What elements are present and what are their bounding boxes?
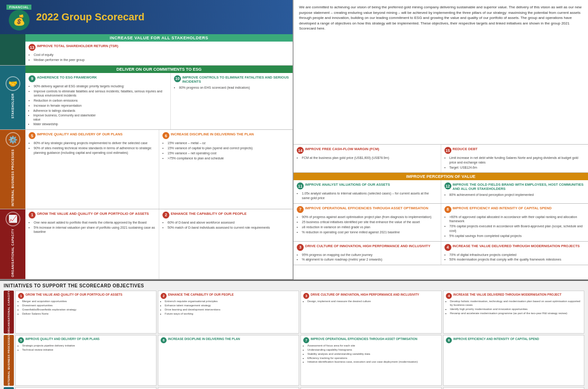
init1-b1: Merger and acquisition opportunities <box>22 300 154 304</box>
obj9-b2: Improve controls to eliminate fatalities… <box>34 89 167 98</box>
init6-header: 6 INCREASE DISCIPLINE IN DELIVERING THE … <box>161 337 296 343</box>
obj15-header: 15 REDUCE DEBT <box>444 147 585 154</box>
init4-title: INCREASE THE VALUE DELIVERED THROUGH MOD… <box>453 293 562 297</box>
init-org-row: ORGANISATIONAL CAPACITY 1 GROW THE VALUE… <box>4 291 584 334</box>
init-org-label: ORGANISATIONAL CAPACITY <box>7 291 11 334</box>
init-card-5: 5 IMPROVE QUALITY AND DELIVERY OF OUR PL… <box>15 335 156 386</box>
page-wrapper: FINANCIAL 💰 2022 Group Scorecard INCREAS… <box>0 0 588 389</box>
obj11-title: IMPROVE ANALYST VALUATIONS OF OUR ASSETS <box>305 182 390 187</box>
obj2-title: ENHANCE THE CAPABILITY OF OUR PEOPLE <box>171 212 246 216</box>
obj1-header: 1 GROW THE VALUE AND QUALITY OF OUR PORT… <box>29 212 156 219</box>
init4-b2: Identify high priority modernisation and… <box>450 308 582 311</box>
init7-b3: Stability analysis and understanding var… <box>307 353 439 356</box>
obj14-b1: FCM at the business plan gold price (US$… <box>302 156 438 160</box>
stakeholder-cards-area: DELIVER ON OUR COMMITMENTS TO ESG 9 ADHE… <box>25 66 293 129</box>
init1-title: GROW THE VALUE AND QUALITY OF OUR PORTFO… <box>25 293 122 297</box>
init5-title: IMPROVE QUALITY AND DELIVERY OF OUR PLAN… <box>25 337 100 341</box>
obj-card-3: 3 DRIVE CULTURE OF INNOVATION, HIGH PERF… <box>294 242 441 265</box>
left-scorecard: FINANCIAL 💰 2022 Group Scorecard INCREAS… <box>0 0 294 280</box>
init3-num: 3 <box>303 293 309 299</box>
obj3-b1: 95% progress on mapping out the culture … <box>302 253 438 257</box>
obj3-b2: % alignment to culture roadmap (metric y… <box>302 257 438 261</box>
title-bar: FINANCIAL 💰 2022 Group Scorecard <box>0 0 293 34</box>
init8-header: 8 IMPROVE EFFICIENCY AND INTENSITY OF CA… <box>446 337 582 343</box>
obj-card-10: 10 IMPROVE CONTROLS TO ELIMINATE FATALIT… <box>171 73 293 129</box>
obj11-header: 11 IMPROVE ANALYST VALUATIONS OF OUR ASS… <box>297 182 438 189</box>
init2-header: 2 ENHANCE THE CAPABILITY OF OUR PEOPLE <box>161 293 296 299</box>
top-row: FINANCIAL 💰 2022 Group Scorecard INCREAS… <box>0 0 588 280</box>
obj8-title: IMPROVE EFFICIENCY AND INTENSITY OF CAPI… <box>453 206 552 210</box>
obj7-body: 90% of progress against asset optimisati… <box>297 215 438 234</box>
obj5-b2: 90% of sites meeting technical review st… <box>34 146 156 155</box>
obj-card-8: 8 IMPROVE EFFICIENCY AND INTENSITY OF CA… <box>441 204 588 241</box>
stakeholder-pillar-col: 🤝 STAKEHOLDER <box>0 66 25 129</box>
init-card-8: 8 IMPROVE EFFICIENCY AND INTENSITY OF CA… <box>443 335 584 386</box>
obj9-b1: 90% delivery against all ESG strategic p… <box>34 84 167 88</box>
init-stakeholder-pillar: ADHERENCE TO ESG <box>4 387 14 389</box>
obj10-b1: 80% progress on EHS scorecard (lead indi… <box>179 85 289 90</box>
obj1-body: One new asset added to portfolio that me… <box>29 220 156 234</box>
obj6-b1: 15% variance – metal – oz <box>168 141 289 145</box>
obj6-header: 6 INCREASE DISCIPLINE IN DELIVERING THE … <box>162 132 289 139</box>
obj10-title: IMPROVE CONTROLS TO ELIMINATE FATALITIES… <box>182 75 289 84</box>
init-card-12: 12 IMPROVE THE GOLD FIELDS BRAND WITH EM… <box>443 387 584 389</box>
init7-b2: Understanding capability histograms <box>307 348 439 352</box>
init-internal-cards: 5 IMPROVE QUALITY AND DELIVERY OF OUR PL… <box>15 335 584 386</box>
init5-b2: Technical review initiative <box>22 348 154 352</box>
obj15-title: REDUCE DEBT <box>453 147 478 151</box>
internal-cards-row: 5 IMPROVE QUALITY AND DELIVERY OF OUR PL… <box>25 130 293 209</box>
init6-num: 6 <box>161 337 167 343</box>
obj14-body: FCM at the business plan gold price (US$… <box>297 156 438 160</box>
init2-title: ENHANCE THE CAPABILITY OF OUR PEOPLE <box>168 293 234 297</box>
stakeholder-right-cards: 11 IMPROVE ANALYST VALUATIONS OF OUR ASS… <box>294 180 588 203</box>
obj12-body: 80% achievement of brand perception proj… <box>444 193 585 197</box>
org-cards-row: 1 GROW THE VALUE AND QUALITY OF OUR PORT… <box>25 209 293 280</box>
obj10-num: 10 <box>174 75 181 82</box>
init1-num: 1 <box>18 293 24 299</box>
financial-row: INCREASE VALUE FOR ALL STAKEHOLDERS 13 I… <box>0 34 293 66</box>
obj12-header: 12 IMPROVE THE GOLD FIELDS BRAND WITH EM… <box>444 182 585 191</box>
init8-num: 8 <box>446 337 452 343</box>
obj5-body: 80% of key strategic planning projects i… <box>29 141 156 155</box>
init1-body: Merger and acquisition opportunities Div… <box>18 300 154 316</box>
obj6-b4: >75% compliance to plan and schedule <box>168 156 289 160</box>
init7-num: 7 <box>303 337 309 343</box>
obj15-num: 15 <box>444 147 451 154</box>
obj1-title: GROW THE VALUE AND QUALITY OF OUR PORTFO… <box>37 212 149 216</box>
obj-card-4: 4 INCREASE THE VALUE DELIVERED THROUGH M… <box>441 242 588 265</box>
financial-icon: 💰 <box>9 10 30 30</box>
obj8-header: 8 IMPROVE EFFICIENCY AND INTENSITY OF CA… <box>444 206 585 213</box>
obj13-num: 13 <box>29 44 36 51</box>
init-card-6: 6 INCREASE DISCIPLINE IN DELIVERING THE … <box>158 335 299 386</box>
stakeholder-row: 🤝 STAKEHOLDER DELIVER ON OUR COMMITMENTS… <box>0 66 293 130</box>
obj8-b2: 70% capital projects executed in accorda… <box>450 224 585 233</box>
right-internal-row: 7 IMPROVE OPERATIONAL EFFICIENCIES THROU… <box>294 204 588 242</box>
init-internal-row: INTERNAL BUSINESS PROCESSES 5 IMPROVE QU… <box>4 335 584 386</box>
init7-b4: Efficiency tracking for operations <box>307 357 439 360</box>
init-card-9: 9 ADHERENCE TO ESG FRAMEWORK Decarbonisa… <box>15 387 156 389</box>
internal-label: INTERNAL BUSINESS PROCESSES <box>11 149 14 207</box>
initiatives-section: INITIATIVES TO SUPPORT THE SCORECARD OBJ… <box>0 280 588 389</box>
financial-tag: FINANCIAL <box>6 5 31 10</box>
init-card-1: 1 GROW THE VALUE AND QUALITY OF OUR PORT… <box>15 291 156 334</box>
obj14-header: 14 IMPROVE FREE CASH-FLOW MARGIN (FCM) <box>297 147 438 154</box>
obj6-title: INCREASE DISCIPLINE IN DELIVERING THE PL… <box>171 132 254 136</box>
obj11-body: 1.05x analyst valuations to internal val… <box>297 191 438 200</box>
right-side: We are committed to achieving our vision… <box>294 0 588 280</box>
init-card-3: 3 DRIVE CULTURE OF INNOVATION, HIGH PERF… <box>300 291 442 334</box>
obj5-b1: 80% of key strategic planning projects i… <box>34 141 156 145</box>
init2-b1: Entrench requisite organisational princi… <box>165 300 296 304</box>
obj9-b4: Increase in female representation <box>34 103 167 108</box>
init-org-cards: 1 GROW THE VALUE AND QUALITY OF OUR PORT… <box>15 291 584 334</box>
obj4-title: INCREASE THE VALUE DELIVERED THROUGH MOD… <box>453 244 580 248</box>
obj7-b1: 90% of progress against asset optimisati… <box>302 215 438 219</box>
org-label: ORGANISATIONAL CAPACITY <box>11 229 14 277</box>
obj6-num: 6 <box>162 132 169 139</box>
obj3-num: 3 <box>297 244 304 251</box>
obj6-b2: 15% variance of capital to plan (spend a… <box>168 146 289 150</box>
right-objectives: 14 IMPROVE FREE CASH-FLOW MARGIN (FCM) F… <box>294 144 588 280</box>
obj-card-12: 12 IMPROVE THE GOLD FIELDS BRAND WITH EM… <box>441 180 588 203</box>
stakeholder-label: STAKEHOLDER <box>11 93 14 119</box>
init6-title: INCREASE DISCIPLINE IN DELIVERING THE PL… <box>168 337 240 341</box>
org-row: 📈 ORGANISATIONAL CAPACITY 1 GROW THE VAL… <box>0 209 293 280</box>
